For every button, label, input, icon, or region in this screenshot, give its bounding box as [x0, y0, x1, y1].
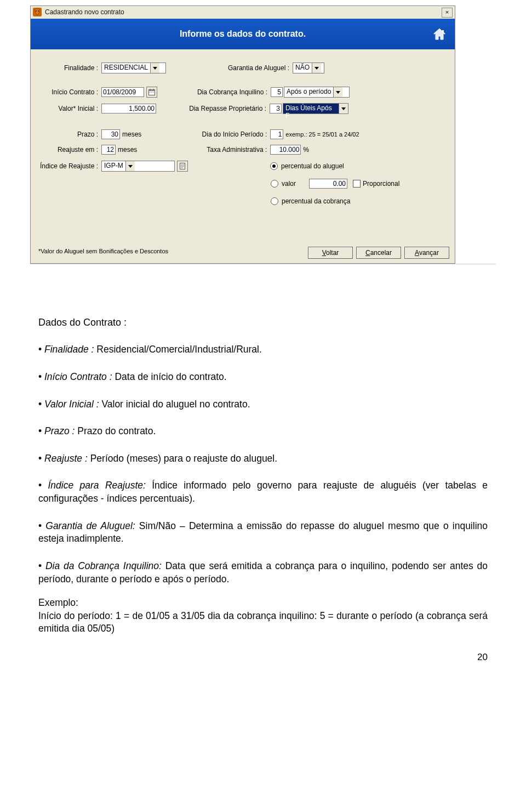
close-icon: × — [445, 9, 449, 15]
voltar-button[interactable]: Voltar — [308, 247, 353, 259]
svg-point-1 — [38, 10, 39, 12]
svg-rect-9 — [180, 163, 185, 169]
radio-percentual-cobranca[interactable]: percentual da cobrança — [271, 197, 350, 205]
dia-cobranca-option: Após o período — [284, 87, 333, 97]
button-bar: Voltar Cancelar Avançar — [308, 247, 449, 259]
radio-icon — [271, 197, 278, 205]
chevron-down-icon[interactable] — [312, 63, 321, 73]
close-button[interactable]: × — [442, 8, 453, 18]
taxa-admin-input[interactable] — [270, 145, 301, 155]
doc-exemplo: Exemplo: Início do período: 1 = de 01/05… — [38, 597, 488, 635]
radio-percentual-cobranca-label: percentual da cobrança — [282, 197, 350, 205]
calendar-icon[interactable] — [146, 87, 157, 98]
garantia-label: Garantia de Aluguel : — [204, 64, 293, 72]
doc-item-valor: Valor Inicial : Valor inicial do aluguel… — [38, 398, 488, 411]
valor-inicial-input[interactable] — [101, 104, 156, 113]
dia-inicio-periodo-hint: exemp.: 25 = 25/01 a 24/02 — [285, 131, 359, 138]
radio-icon — [270, 162, 278, 170]
chevron-down-icon[interactable] — [150, 63, 159, 73]
garantia-value: NÃO — [293, 63, 312, 73]
reajuste-em-label: Reajuste em : — [35, 146, 101, 154]
document-icon[interactable] — [177, 161, 188, 172]
form-area: Finalidade : RESIDENCIAL Garantia de Alu… — [31, 49, 455, 263]
proporcional-label: Proporcional — [363, 180, 399, 188]
dia-cobranca-input[interactable] — [271, 87, 283, 97]
prazo-unit: meses — [122, 130, 141, 138]
window-title: Cadastrando novo contrato — [45, 8, 124, 16]
prazo-input[interactable] — [101, 129, 120, 139]
dia-cobranca-label: Dia Cobrança Inquilino : — [182, 88, 271, 96]
title-bar: Cadastrando novo contrato × — [31, 6, 455, 19]
dia-cobranca-combo[interactable]: Após o período — [284, 87, 350, 98]
valor-inicial-label: Valor* Inicial : — [35, 105, 101, 112]
radio-valor-label: valor — [282, 180, 296, 188]
dia-repasse-option: Dias Úteis Após F — [283, 104, 339, 113]
doc-item-garantia: Garantia de Aluguel: Sim/Não – Determina… — [38, 520, 488, 546]
doc-item-diacob: Dia da Cobrança Inquilino: Data que será… — [38, 560, 488, 586]
home-icon[interactable] — [432, 26, 447, 42]
taxa-admin-label: Taxa Administrativa : — [182, 146, 270, 154]
svg-point-0 — [36, 10, 37, 12]
doc-item-inicio: Início Contrato : Data de início do cont… — [38, 371, 488, 384]
page-number: 20 — [0, 652, 526, 663]
checkbox-icon — [353, 180, 361, 188]
radio-percentual-aluguel[interactable]: percentual do aluguel — [270, 162, 344, 170]
avancar-button[interactable]: Avançar — [404, 247, 449, 259]
finalidade-combo[interactable]: RESIDENCIAL — [101, 63, 166, 73]
svg-rect-6 — [150, 92, 151, 93]
prazo-label: Prazo : — [35, 130, 101, 138]
cancelar-button[interactable]: Cancelar — [356, 247, 401, 259]
doc-item-reajuste: Reajuste : Período (meses) para o reajus… — [38, 452, 488, 465]
doc-item-prazo: Prazo : Prazo do contrato. — [38, 425, 488, 438]
dialog-window: Cadastrando novo contrato × Informe os d… — [30, 5, 455, 264]
indice-reajuste-value: IGP-M — [102, 161, 125, 171]
svg-rect-8 — [153, 92, 154, 93]
banner-text: Informe os dados do contrato. — [180, 29, 306, 39]
radio-valor[interactable]: valor — [271, 180, 296, 188]
app-icon — [33, 8, 42, 16]
indice-reajuste-label: Índice de Reajuste : — [35, 162, 101, 170]
dia-repasse-combo[interactable]: Dias Úteis Após F — [283, 103, 348, 114]
finalidade-label: Finalidade : — [35, 64, 101, 72]
radio-valor-amount-input[interactable] — [309, 179, 347, 189]
chevron-down-icon[interactable] — [333, 87, 342, 97]
doc-heading: Dados do Contrato : — [38, 316, 488, 329]
doc-item-indice: Índice para Reajuste: Índice informado p… — [38, 479, 488, 505]
document-body: Dados do Contrato : Finalidade : Residen… — [0, 266, 526, 652]
chevron-down-icon[interactable] — [125, 161, 135, 171]
doc-item-finalidade: Finalidade : Residencial/Comercial/Indus… — [38, 343, 488, 356]
inicio-contrato-label: Início Contrato : — [35, 88, 101, 96]
reajuste-em-unit: meses — [118, 146, 137, 154]
dia-repasse-label: Dia Repasse Proprietário : — [181, 105, 270, 112]
dia-repasse-input[interactable] — [270, 104, 282, 113]
proporcional-checkbox[interactable]: Proporcional — [353, 180, 399, 188]
inicio-contrato-input[interactable] — [101, 87, 144, 97]
chevron-down-icon[interactable] — [339, 104, 348, 113]
svg-rect-7 — [151, 92, 152, 93]
svg-rect-3 — [149, 90, 155, 92]
garantia-combo[interactable]: NÃO — [293, 63, 324, 73]
finalidade-value: RESIDENCIAL — [102, 63, 150, 73]
dia-inicio-periodo-input[interactable] — [270, 129, 283, 139]
indice-reajuste-combo[interactable]: IGP-M — [101, 161, 175, 172]
taxa-admin-unit: % — [303, 146, 309, 154]
radio-percentual-aluguel-label: percentual do aluguel — [281, 162, 344, 170]
footnote: *Valor do Aluguel sem Bonificações e Des… — [38, 248, 168, 254]
radio-icon — [271, 180, 278, 188]
reajuste-em-input[interactable] — [101, 145, 116, 155]
banner: Informe os dados do contrato. — [31, 19, 455, 49]
dia-inicio-periodo-label: Dia do Início Período : — [182, 130, 270, 138]
